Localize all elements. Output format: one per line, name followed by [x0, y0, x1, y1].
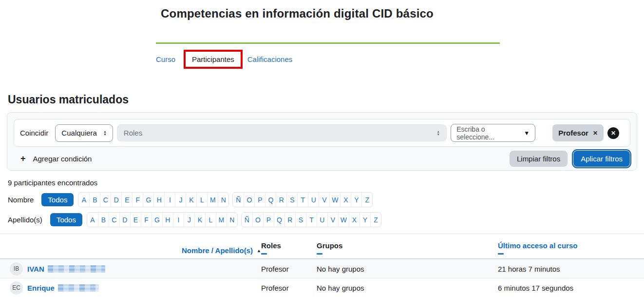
- initial-letter-T[interactable]: T: [297, 193, 308, 207]
- avatar[interactable]: EC: [10, 281, 23, 295]
- initial-letter-S[interactable]: S: [286, 193, 297, 207]
- header-roles-label: Roles: [261, 241, 317, 250]
- initial-letter-H[interactable]: H: [153, 193, 164, 207]
- filter-type-select[interactable]: Roles ▲▼: [117, 124, 447, 141]
- add-condition-label: Agregar condición: [33, 155, 92, 163]
- sort-by-last-access-link[interactable]: Último acceso al curso: [498, 241, 644, 250]
- add-condition-link[interactable]: + Agregar condición: [20, 154, 92, 163]
- participant-roles-cell: Profesor: [261, 284, 317, 292]
- apply-filters-button[interactable]: Aplicar filtros: [573, 151, 630, 167]
- header-name: Nombre / Apellido(s) ▲: [0, 234, 261, 258]
- tab-participantes[interactable]: Participantes: [192, 55, 234, 63]
- filter-type-placeholder: Roles: [124, 129, 142, 137]
- match-select-value: Cualquiera: [61, 129, 97, 137]
- dropdown-arrow-icon[interactable]: ▼: [524, 130, 530, 137]
- initial-letter-B[interactable]: B: [89, 193, 100, 207]
- participant-last-access-cell: 21 horas 7 minutos: [498, 265, 644, 273]
- initial-letter-S[interactable]: S: [295, 213, 306, 227]
- initial-letter-R[interactable]: R: [284, 213, 295, 227]
- initial-letter-G[interactable]: G: [143, 193, 153, 207]
- initial-letter-D[interactable]: D: [119, 213, 130, 227]
- initial-letter-B[interactable]: B: [98, 213, 109, 227]
- initial-letter-D[interactable]: D: [111, 193, 121, 207]
- initial-letter-Q[interactable]: Q: [265, 193, 276, 207]
- initial-letter-P[interactable]: P: [254, 193, 265, 207]
- initial-letter-L[interactable]: L: [205, 213, 216, 227]
- participant-name-link[interactable]: Enrique: [27, 284, 55, 292]
- participant-name-cell: EC Enrique: [0, 281, 261, 295]
- initial-letter-M[interactable]: M: [207, 193, 218, 207]
- initial-letter-M[interactable]: M: [216, 213, 227, 227]
- initial-letter-P[interactable]: P: [263, 213, 274, 227]
- initial-letter-V[interactable]: V: [327, 213, 338, 227]
- redacted-surname: [48, 265, 105, 273]
- tab-curso[interactable]: Curso: [156, 55, 175, 63]
- participant-name-link[interactable]: IVAN: [27, 265, 44, 273]
- initial-letter-Z[interactable]: Z: [370, 213, 381, 227]
- initial-letter-X[interactable]: X: [349, 213, 360, 227]
- initial-letter-R[interactable]: R: [276, 193, 286, 207]
- initial-letter-V[interactable]: V: [319, 193, 329, 207]
- hide-column-icon[interactable]: [317, 253, 322, 255]
- sort-asc-icon[interactable]: ▲: [257, 248, 261, 255]
- header-groups-label: Grupos: [317, 241, 498, 250]
- initial-letter-I[interactable]: I: [173, 213, 184, 227]
- initial-letter-F[interactable]: F: [141, 213, 152, 227]
- initial-letter-Ñ[interactable]: Ñ: [242, 213, 252, 227]
- first-name-label: Nombre: [8, 196, 34, 204]
- initial-letter-U[interactable]: U: [317, 213, 327, 227]
- participant-groups-cell: No hay grupos: [317, 284, 498, 292]
- match-select[interactable]: Cualquiera ▲▼: [55, 124, 113, 142]
- initial-letter-L[interactable]: L: [196, 193, 207, 207]
- tab-calificaciones[interactable]: Calificaciones: [247, 55, 293, 63]
- initial-letter-W[interactable]: W: [338, 213, 349, 227]
- last-name-letters-a-n: ABCDEFGHIJKLMN: [87, 212, 238, 227]
- filter-value-combobox[interactable]: Escriba o seleccione... ▼: [451, 124, 535, 142]
- last-name-all-button[interactable]: Todos: [50, 213, 82, 226]
- initial-letter-Ñ[interactable]: Ñ: [233, 193, 244, 207]
- avatar[interactable]: IB: [10, 262, 23, 276]
- initial-letter-O[interactable]: O: [244, 193, 254, 207]
- initial-letter-F[interactable]: F: [132, 193, 143, 207]
- plus-icon: +: [20, 154, 26, 163]
- initial-letter-C[interactable]: C: [100, 193, 111, 207]
- initial-letter-E[interactable]: E: [130, 213, 141, 227]
- table-row: IB IVAN Profesor No hay grupos 21 horas …: [0, 259, 644, 278]
- initial-letter-X[interactable]: X: [340, 193, 351, 207]
- first-name-letters-n-z: ÑOPQRSTUVWXYZ: [232, 192, 373, 207]
- first-name-letters-a-n: ABCDEFGHIJKLMN: [78, 192, 229, 207]
- hide-column-icon[interactable]: [498, 253, 504, 255]
- initial-letter-J[interactable]: J: [184, 213, 194, 227]
- initial-letter-K[interactable]: K: [194, 213, 205, 227]
- initial-letter-I[interactable]: I: [164, 193, 175, 207]
- remove-tag-icon[interactable]: ✕: [593, 130, 598, 137]
- initial-letter-K[interactable]: K: [186, 193, 196, 207]
- initial-letter-Y[interactable]: Y: [351, 193, 361, 207]
- sort-by-name-link[interactable]: Nombre / Apellido(s): [182, 246, 253, 255]
- initial-letter-J[interactable]: J: [175, 193, 186, 207]
- initial-letter-N[interactable]: N: [227, 213, 237, 227]
- initial-letter-Y[interactable]: Y: [360, 213, 370, 227]
- last-name-label: Apellido(s): [8, 216, 42, 224]
- initial-letter-H[interactable]: H: [162, 213, 173, 227]
- section-title: Usuarios matriculados: [8, 93, 129, 106]
- select-arrows-icon: ▲▼: [103, 130, 107, 136]
- initial-letter-N[interactable]: N: [218, 193, 228, 207]
- initial-letter-E[interactable]: E: [121, 193, 132, 207]
- participant-groups-cell: No hay grupos: [317, 265, 498, 273]
- initial-letter-Z[interactable]: Z: [361, 193, 372, 207]
- first-name-all-button[interactable]: Todos: [41, 193, 74, 206]
- initial-letter-U[interactable]: U: [308, 193, 319, 207]
- initial-letter-W[interactable]: W: [329, 193, 340, 207]
- remove-filter-row-button[interactable]: ✕: [607, 127, 619, 139]
- initial-letter-A[interactable]: A: [78, 193, 89, 207]
- hide-column-icon[interactable]: [261, 253, 267, 255]
- initial-letter-C[interactable]: C: [109, 213, 119, 227]
- initial-letter-A[interactable]: A: [87, 213, 98, 227]
- initial-letter-T[interactable]: T: [306, 213, 317, 227]
- initial-letter-O[interactable]: O: [252, 213, 263, 227]
- initial-letter-G[interactable]: G: [152, 213, 162, 227]
- clear-filters-button[interactable]: Limpiar filtros: [510, 151, 568, 167]
- initial-letter-Q[interactable]: Q: [274, 213, 284, 227]
- table-header-row: Nombre / Apellido(s) ▲ Roles Grupos Últi…: [0, 234, 644, 259]
